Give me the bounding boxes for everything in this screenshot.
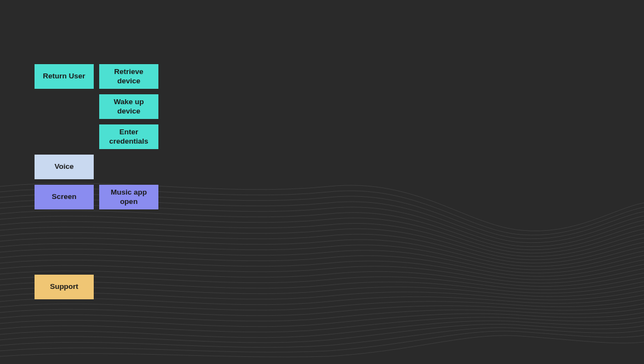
node-return-user[interactable]: Return User (35, 64, 94, 89)
node-voice[interactable]: Voice (35, 155, 94, 179)
node-label: Voice (54, 162, 73, 172)
node-wake-up-device[interactable]: Wake up device (99, 94, 158, 119)
node-music-app-open[interactable]: Music app open (99, 185, 158, 209)
node-retrieve-device[interactable]: Retrieve device (99, 64, 158, 89)
node-label: Screen (52, 192, 76, 202)
node-label: Return User (43, 72, 85, 81)
node-screen[interactable]: Screen (35, 185, 94, 209)
node-label: Wake up device (104, 98, 154, 116)
node-label: Enter credentials (104, 128, 154, 146)
node-label: Retrieve device (104, 67, 154, 86)
node-enter-credentials[interactable]: Enter credentials (99, 124, 158, 149)
node-label: Music app open (104, 188, 154, 207)
decorative-wave-background (0, 164, 644, 364)
node-label: Support (50, 282, 78, 292)
node-support[interactable]: Support (35, 275, 94, 299)
